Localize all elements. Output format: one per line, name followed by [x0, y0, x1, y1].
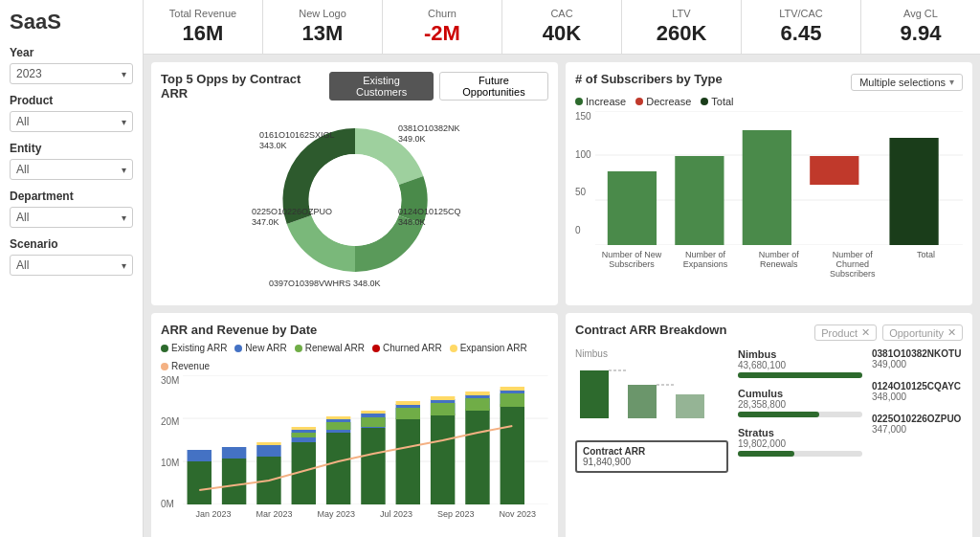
arr-legend-item: New ARR — [234, 343, 286, 353]
kpi-value: 260K — [634, 21, 729, 46]
arr-legend-dot — [161, 345, 168, 352]
arr-y-axis: 30M 20M 10M 0M — [161, 375, 183, 509]
kpi-label: LTV — [634, 8, 729, 19]
svg-rect-17 — [810, 156, 858, 185]
svg-text:348.0K: 348.0K — [398, 217, 426, 227]
arr-legend: Existing ARRNew ARRRenewal ARRChurned AR… — [161, 343, 548, 371]
subscribers-filter-label: Multiple selections — [859, 77, 946, 88]
opp-value: 348,000 — [872, 392, 963, 402]
contract-arr-value: 91,840,900 — [583, 457, 721, 467]
legend-dot — [575, 98, 583, 105]
chevron-down-icon: ▾ — [122, 213, 126, 223]
product-bar-bg — [738, 372, 862, 378]
product-name: Cumulus — [738, 388, 862, 399]
main-area: Total Revenue 16M New Logo 13M Churn -2M… — [144, 0, 980, 537]
subscribers-title: # of Subscribers by Type — [575, 72, 723, 86]
product-value: 28,358,800 — [738, 399, 862, 410]
product-filter-label: Product — [821, 327, 858, 339]
svg-rect-45 — [396, 408, 420, 419]
svg-rect-36 — [326, 416, 350, 419]
product-name: Stratus — [738, 427, 862, 438]
arr-legend-item: Existing ARR — [161, 343, 227, 353]
svg-rect-14 — [607, 171, 656, 245]
close-icon[interactable]: ✕ — [861, 326, 870, 339]
opp-value: 347,000 — [872, 424, 963, 435]
product-bar-fill — [738, 451, 794, 457]
app-title: SaaS — [10, 10, 133, 34]
svg-text:0397O10398VWHRS 348.0K: 0397O10398VWHRS 348.0K — [269, 279, 381, 288]
svg-text:0225O10226OZPUO: 0225O10226OZPUO — [252, 207, 332, 216]
svg-text:0124O10125CQAYC: 0124O10125CQAYC — [398, 207, 460, 216]
arr-panel: ARR and Revenue by Date Existing ARRNew … — [151, 313, 558, 537]
kpi-bar: Total Revenue 16M New Logo 13M Churn -2M… — [144, 0, 980, 55]
svg-point-0 — [309, 154, 401, 246]
svg-rect-34 — [326, 433, 350, 504]
kpi-label: LTV/CAC — [753, 8, 849, 19]
top5-opps-panel: Top 5 Opps by Contract ARR Existing Cust… — [151, 62, 558, 305]
kpi-label: New Logo — [275, 8, 370, 19]
filter-label-department: Department — [10, 190, 133, 203]
filter-label-year: Year — [10, 46, 133, 59]
product-bar-bg — [738, 412, 862, 417]
product-bar-fill — [738, 372, 862, 378]
svg-rect-52 — [466, 392, 490, 395]
filter-select-department[interactable]: All ▾ — [10, 207, 133, 228]
svg-rect-41 — [362, 417, 386, 427]
future-opps-btn[interactable]: Future Opportunities — [439, 72, 548, 101]
subscribers-filter[interactable]: Multiple selections ▾ — [851, 74, 963, 91]
product-item: Cumulus 28,358,800 — [738, 388, 862, 417]
filter-label-product: Product — [10, 94, 133, 107]
svg-rect-37 — [326, 422, 350, 430]
svg-rect-23 — [188, 461, 212, 504]
filter-group-department: Department All ▾ — [10, 190, 133, 228]
svg-rect-15 — [675, 156, 724, 245]
opp-list: 0381O10382NKOTU 349,000 0124O10125CQAYC … — [872, 348, 963, 537]
arr-legend-dot — [234, 345, 242, 352]
filter-select-year[interactable]: 2023 ▾ — [10, 63, 133, 84]
opp-item: 0381O10382NKOTU 349,000 — [872, 348, 963, 369]
filter-group-product: Product All ▾ — [10, 94, 133, 132]
opportunity-filter[interactable]: Opportunity ✕ — [882, 324, 963, 341]
svg-rect-46 — [431, 414, 455, 504]
legend-item-increase: Increase — [575, 96, 626, 107]
arr-legend-dot — [450, 345, 457, 352]
subscribers-panel: # of Subscribers by Type Multiple select… — [566, 62, 972, 305]
kpi-cac: CAC 40K — [502, 0, 622, 54]
legend-dot — [701, 98, 708, 105]
subscribers-legend: IncreaseDecreaseTotal — [575, 96, 963, 107]
existing-customers-btn[interactable]: Existing Customers — [329, 72, 434, 101]
filter-select-scenario[interactable]: All ▾ — [10, 255, 133, 276]
svg-rect-18 — [889, 138, 938, 245]
legend-item-total: Total — [701, 96, 733, 107]
arr-legend-item: Renewal ARR — [295, 343, 365, 353]
sidebar: SaaS Year 2023 ▾ Product All ▾ Entity Al… — [0, 0, 144, 537]
product-filter[interactable]: Product ✕ — [814, 324, 877, 341]
filter-group-entity: Entity All ▾ — [10, 142, 133, 180]
close-icon-2[interactable]: ✕ — [947, 326, 956, 339]
filter-select-entity[interactable]: All ▾ — [10, 159, 133, 180]
legend-label: Total — [711, 96, 733, 107]
svg-text:0381O10382NKOTU: 0381O10382NKOTU — [398, 123, 460, 133]
filter-select-product[interactable]: All ▾ — [10, 111, 133, 132]
arr-legend-item: Churned ARR — [372, 343, 442, 353]
product-list: Nimbus 43,680,100 Cumulus 28,358,800 Str… — [738, 348, 862, 537]
svg-rect-54 — [501, 404, 524, 504]
product-value: 19,802,000 — [738, 438, 862, 449]
kpi-value: 6.45 — [753, 21, 849, 46]
filter-group-scenario: Scenario All ▾ — [10, 237, 133, 276]
kpi-avg-cl: Avg CL 9.94 — [861, 0, 980, 54]
content-area: Top 5 Opps by Contract ARR Existing Cust… — [144, 55, 980, 537]
svg-rect-57 — [501, 393, 524, 407]
chevron-down-icon: ▾ — [122, 165, 126, 175]
y-axis: 150 100 50 0 — [575, 111, 595, 235]
svg-rect-38 — [362, 428, 386, 504]
top5-title: Top 5 Opps by Contract ARR — [161, 72, 323, 101]
arr-title: ARR and Revenue by Date — [161, 323, 548, 337]
arr-legend-label: Revenue — [171, 361, 210, 371]
kpi-value: 16M — [155, 21, 251, 46]
svg-text:347.0K: 347.0K — [252, 217, 279, 227]
svg-rect-29 — [257, 442, 281, 445]
kpi-value: -2M — [394, 21, 490, 46]
product-bar-fill — [738, 412, 819, 417]
kpi-label: Avg CL — [873, 8, 969, 19]
